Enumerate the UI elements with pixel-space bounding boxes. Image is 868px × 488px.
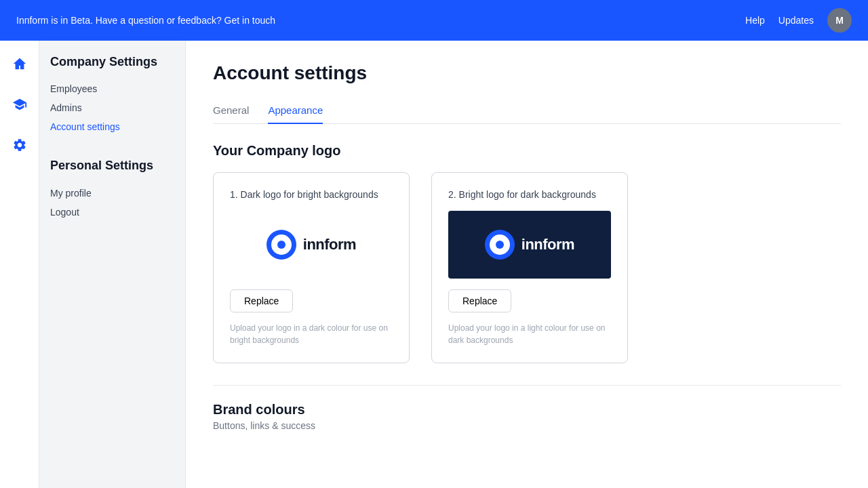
logo-circle-dark <box>485 230 515 260</box>
help-link[interactable]: Help <box>745 15 765 26</box>
section-divider <box>213 385 841 386</box>
banner-right: Help Updates M <box>745 8 852 33</box>
banner-text: Innform is in Beta. Have a question or f… <box>16 15 275 26</box>
main-content: Account settings General Appearance Your… <box>186 41 868 488</box>
logo-dot-light <box>277 241 285 249</box>
logo-hint-dark: Upload your logo in a light colour for u… <box>448 322 611 346</box>
brand-section-title: Brand colours <box>213 402 841 418</box>
logo-wordmark-dark: innform <box>521 236 574 253</box>
main-layout: Company Settings Employees Admins Accoun… <box>0 41 868 488</box>
nav-sidebar: Company Settings Employees Admins Accoun… <box>39 41 186 488</box>
logo-card-dark-label: 2. Bright logo for dark backgrounds <box>448 189 611 200</box>
logo-card-light: 1. Dark logo for bright backgrounds innf… <box>213 172 410 363</box>
avatar[interactable]: M <box>827 8 852 33</box>
innform-logo-dark: innform <box>485 230 574 260</box>
personal-settings-title: Personal Settings <box>50 158 174 174</box>
logo-preview-dark: innform <box>448 211 611 279</box>
tab-general[interactable]: General <box>213 98 249 124</box>
logo-circle-inner-dark <box>490 235 510 255</box>
nav-employees[interactable]: Employees <box>50 79 174 98</box>
page-title: Account settings <box>213 62 841 84</box>
replace-button-dark[interactable]: Replace <box>448 289 511 312</box>
brand-section-sub: Buttons, links & success <box>213 420 841 431</box>
nav-admins[interactable]: Admins <box>50 98 174 117</box>
logo-preview-light: innform <box>230 211 393 279</box>
nav-logout[interactable]: Logout <box>50 203 174 222</box>
company-settings-title: Company Settings <box>50 54 174 70</box>
courses-nav-icon[interactable] <box>7 92 32 117</box>
logo-wordmark-light: innform <box>303 236 356 253</box>
logo-dot-dark <box>496 241 504 249</box>
icon-sidebar <box>0 41 39 488</box>
replace-button-light[interactable]: Replace <box>230 289 293 312</box>
nav-account-settings[interactable]: Account settings <box>50 117 174 136</box>
innform-logo-light: innform <box>267 230 356 260</box>
logo-card-dark: 2. Bright logo for dark backgrounds innf… <box>431 172 628 363</box>
tab-appearance[interactable]: Appearance <box>268 98 323 124</box>
logo-cards-row: 1. Dark logo for bright backgrounds innf… <box>213 172 841 363</box>
logo-card-light-label: 1. Dark logo for bright backgrounds <box>230 189 393 200</box>
logo-circle-light <box>267 230 296 260</box>
nav-my-profile[interactable]: My profile <box>50 184 174 203</box>
logo-hint-light: Upload your logo in a dark colour for us… <box>230 322 393 346</box>
logo-section-title: Your Company logo <box>213 143 841 159</box>
home-nav-icon[interactable] <box>7 52 32 76</box>
tabs-bar: General Appearance <box>213 98 841 124</box>
settings-nav-icon[interactable] <box>7 133 32 157</box>
updates-link[interactable]: Updates <box>778 15 814 26</box>
logo-circle-inner-light <box>271 235 292 255</box>
top-banner: Innform is in Beta. Have a question or f… <box>0 0 868 41</box>
